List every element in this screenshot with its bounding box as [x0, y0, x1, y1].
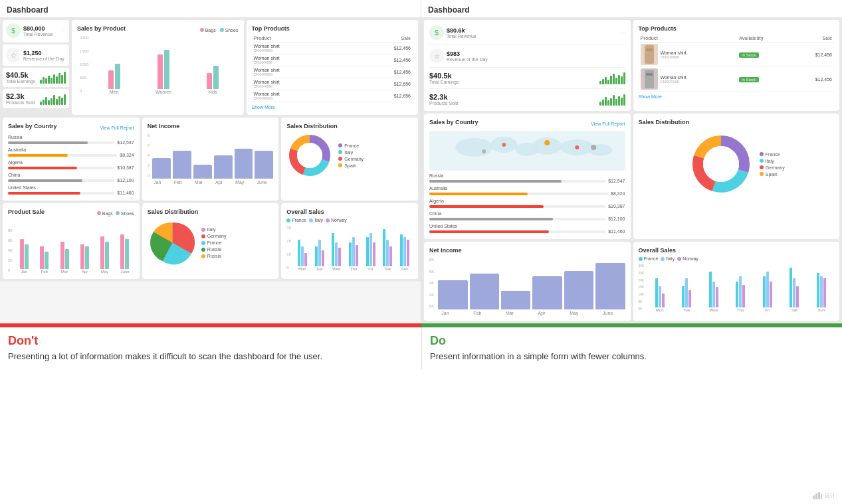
revenue-icon: $ — [6, 23, 21, 38]
do-text: Present information in a simple form wit… — [430, 351, 834, 363]
svg-point-18 — [575, 145, 579, 149]
svg-point-17 — [544, 140, 550, 145]
svg-rect-28 — [818, 492, 820, 499]
col-sale-r: Sale — [793, 35, 834, 42]
right-norway-legend: Norway — [677, 256, 698, 261]
italy-legend: Italy — [309, 218, 323, 222]
net-income-left-title: Net Income — [148, 123, 274, 129]
in-stock-badge-1: In Stock — [739, 52, 759, 58]
right-country-china: China $12,100 — [429, 211, 625, 221]
sales-dist-pie-card: Sales Distribution Italy Germany France — [142, 203, 279, 279]
svg-rect-27 — [815, 493, 817, 499]
legend-russia-2: Russia — [201, 254, 227, 258]
svg-rect-26 — [813, 495, 815, 499]
pie-chart-left — [148, 218, 197, 268]
table-row-right-1: Woman shirtDN004896 In Stock $12,456 — [639, 42, 835, 67]
right-stats-card: $ $80.6k Total Revenue ··· ☆ $983 Revenu… — [424, 20, 631, 111]
sales-dist-left-card: Sales Distribution France Italy Germany — [281, 118, 418, 201]
right-total-revenue-value: $80.6k — [447, 27, 618, 34]
sales-dist-pie-title: Sales Distribution — [148, 209, 274, 215]
view-full-report-left[interactable]: View Full Report — [100, 126, 134, 130]
world-map — [429, 131, 625, 171]
sales-dist-right-card: Sales Distribution France Italy Germany … — [633, 114, 840, 239]
show-more-link[interactable]: Show More — [252, 105, 413, 110]
right-products-sold-value: $2.3k — [429, 93, 459, 101]
sales-by-product-title: Sales by Product — [77, 25, 126, 32]
sales-by-country-left-title: Sales by Country — [8, 123, 57, 129]
bags-legend: Bags — [200, 28, 216, 33]
right-legend-germany: Germany — [760, 165, 785, 170]
right-legend-spain: Spain — [760, 172, 785, 177]
product-sale-title: Product Sale — [8, 209, 45, 215]
legend-germany-1: Germany — [338, 157, 364, 161]
right-legend-italy: Italy — [760, 159, 785, 163]
do-label: Do — [430, 334, 834, 348]
bags-legend-2: Bags — [97, 211, 113, 216]
donut-chart-right — [688, 131, 754, 197]
footer-section: Don't Presenting a lot of information ma… — [0, 327, 842, 369]
right-country-us: United States $11,460 — [429, 224, 625, 234]
table-row: Woman shirtDN004896 $12,656 — [252, 90, 413, 102]
top-products-right-card: Top Products Product Availability Sale — [633, 20, 840, 111]
revenue-day-icon: ☆ — [6, 48, 21, 62]
total-revenue-value: $80,000 — [23, 25, 53, 32]
col-product-r: Product — [639, 35, 737, 42]
right-products-sparkline — [599, 94, 625, 106]
sales-by-product-card: Sales by Product Bags Shoes 2000 1500 10… — [72, 20, 244, 115]
total-revenue-card: $ $80,000 Total Revenue ··· — [3, 20, 69, 42]
legend-russia-1: Russia — [201, 247, 227, 252]
do-section: Do Present information in a simple form … — [421, 327, 842, 369]
right-country-algeria: Algeria $10,387 — [429, 199, 625, 209]
total-earnings-label: Total Earnings — [6, 79, 35, 84]
svg-rect-6 — [645, 45, 654, 64]
table-row-right-2: Woman shirtDN004106 In Stock $12,456 — [639, 67, 835, 92]
right-total-earnings-label: Total Earnings — [429, 80, 459, 84]
sales-dist-right-title: Sales Distribution — [639, 119, 835, 126]
overall-sales-left-card: Overall Sales France Italy Norway 30 20 … — [281, 203, 418, 279]
donut-chart-left — [286, 132, 333, 179]
svg-point-19 — [482, 149, 486, 153]
sales-dist-left-title: Sales Distribution — [286, 123, 413, 129]
svg-rect-8 — [645, 70, 654, 88]
right-revenue-day-icon: ☆ — [429, 48, 444, 63]
svg-point-13 — [532, 137, 562, 155]
svg-point-25 — [703, 146, 739, 182]
total-earnings-value: $40.5k — [6, 71, 35, 79]
left-dashboard-title: Dashboard — [0, 0, 421, 17]
top-products-left-card: Top Products Product Sale Woman shirtDN0… — [247, 20, 419, 115]
earnings-sparkline — [40, 72, 66, 84]
products-sold-card: $2.3k Products Sold — [3, 89, 69, 108]
country-list-left: Russia $12,547 Australia $8,324 — [8, 135, 134, 195]
col-availability-r: Availability — [737, 35, 793, 42]
dont-text: Presenting a lot of information makes it… — [8, 351, 413, 363]
sales-by-country-left-card: Sales by Country View Full Report Russia… — [3, 118, 140, 201]
legend-france-1: France — [338, 143, 364, 148]
svg-point-4 — [297, 143, 322, 168]
revenue-day-value: $1,250 — [23, 50, 64, 56]
svg-rect-29 — [821, 494, 822, 499]
country-algeria: Algeria $10,387 — [8, 160, 134, 170]
product-sale-card: Product Sale Bags Shoes 80 60 40 20 0 — [3, 203, 140, 279]
table-row: Woman shirtDN004896 $12,656 — [252, 78, 413, 90]
norway-legend: Norway — [326, 218, 347, 222]
show-more-link-right[interactable]: Show More — [639, 94, 835, 99]
watermark: 设计 — [812, 490, 835, 501]
overall-sales-right-title: Overall Sales — [639, 247, 835, 254]
right-revenue-day-value: $983 — [447, 50, 488, 57]
total-earnings-card: $40.5k Total Earnings — [3, 68, 69, 87]
sales-by-country-right-title: Sales by Country — [429, 119, 478, 126]
col-product: Product — [252, 35, 347, 42]
overall-sales-right-card: Overall Sales France Italy Norway 30K 25… — [633, 242, 840, 321]
right-revenue-icon: $ — [429, 25, 444, 40]
table-row: Woman shirtDN004896 $12,456 — [252, 54, 413, 66]
revenue-day-label: Revenue of the Day — [23, 56, 64, 61]
in-stock-badge-2: In Stock — [739, 77, 759, 82]
right-france-legend: France — [639, 256, 659, 261]
total-revenue-label: Total Revenue — [23, 32, 53, 37]
france-legend: France — [286, 218, 306, 222]
legend-spain-1: Spain — [338, 163, 364, 168]
view-full-report-right[interactable]: View Full Report — [591, 122, 625, 126]
overall-sales-left-title: Overall Sales — [286, 209, 413, 215]
net-income-right-card: Net Income 8K 6K 4K 2K 0K — [424, 242, 631, 321]
legend-italy-1: Italy — [338, 150, 364, 155]
